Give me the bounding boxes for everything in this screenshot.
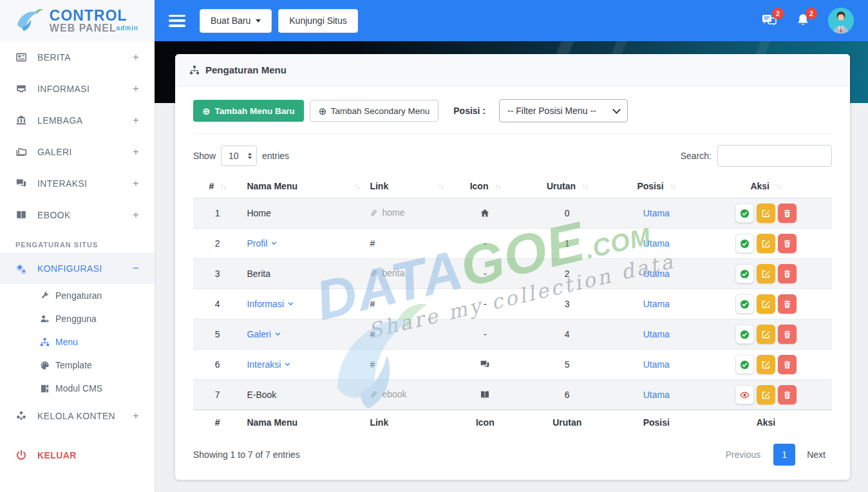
sort-icon[interactable]: ↑↓ (354, 182, 360, 190)
sort-icon[interactable]: ↑↓ (220, 182, 226, 190)
expand-plus-icon[interactable]: + (133, 410, 139, 422)
edit-button[interactable] (757, 234, 775, 253)
expand-plus-icon[interactable]: + (133, 51, 139, 64)
status-hidden-button[interactable] (735, 385, 754, 404)
status-active-button[interactable] (735, 325, 754, 344)
column-header-posisi: Posisi (613, 410, 700, 435)
posisi-link[interactable]: Utama (643, 299, 670, 309)
kunjungi-situs-button[interactable]: Kunjungi Situs (278, 9, 358, 33)
posisi-link[interactable]: Utama (643, 390, 670, 400)
column-header-urutan[interactable]: Urutan↑↓ (522, 175, 613, 198)
filter-posisi-select[interactable]: -- Filter Posisi Menu -- (499, 99, 628, 122)
edit-button[interactable] (757, 385, 775, 404)
pagination-page-1[interactable]: 1 (773, 444, 795, 466)
menu-toggle-icon[interactable] (169, 15, 185, 27)
sidebar-subitem-pengaturan[interactable]: Pengaturan (0, 284, 155, 307)
menu-link: home (364, 198, 448, 229)
sort-icon[interactable]: ↑↓ (776, 182, 782, 190)
status-active-button[interactable] (735, 264, 754, 283)
collapse-minus-icon[interactable]: − (133, 262, 139, 275)
posisi-link[interactable]: Utama (643, 329, 670, 339)
menu-name-dropdown[interactable]: Profil (247, 238, 277, 249)
row-number: 5 (193, 319, 241, 350)
column-header-nama-menu[interactable]: Nama Menu↑↓ (241, 175, 364, 198)
edit-button[interactable] (757, 355, 775, 374)
sidebar-item-label: KONFIGURASI (37, 263, 133, 274)
tambah-secondary-menu-button[interactable]: ⊕ Tambah Secondary Menu (310, 100, 439, 122)
delete-button[interactable] (778, 203, 797, 223)
posisi-link[interactable]: Utama (643, 238, 670, 249)
column-header-#[interactable]: #↑↓ (193, 175, 241, 198)
menu-table: #↑↓Nama Menu↑↓Link↑↓Icon↑↓Urutan↑↓Posisi… (193, 175, 832, 435)
urutan-value: 4 (522, 319, 613, 350)
column-header-posisi[interactable]: Posisi↑↓ (613, 175, 700, 198)
sort-icon[interactable]: ↑↓ (438, 182, 444, 190)
menu-name-dropdown[interactable]: Informasi (247, 299, 294, 309)
delete-button[interactable] (778, 325, 797, 344)
pagination-next[interactable]: Next (800, 446, 832, 464)
messages-badge: 2 (772, 8, 784, 19)
sidebar-item-label: GALERI (37, 147, 133, 157)
expand-plus-icon[interactable]: + (133, 177, 139, 190)
messages-button[interactable]: 2 (761, 12, 778, 29)
posisi-link[interactable]: Utama (643, 208, 670, 218)
buat-baru-button[interactable]: Buat Baru (200, 9, 272, 33)
search-input[interactable] (717, 145, 832, 167)
sidebar-item-interaksi[interactable]: INTERAKSI + (0, 167, 155, 199)
status-active-button[interactable] (735, 355, 754, 374)
sidebar-item-informasi[interactable]: INFORMASI + (0, 73, 155, 104)
toolbar: ⊕ Tambah Menu Baru ⊕ Tambah Secondary Me… (193, 99, 832, 135)
palette-icon (40, 361, 50, 370)
edit-button[interactable] (757, 325, 775, 344)
status-active-button[interactable] (735, 294, 754, 314)
sort-icon[interactable]: ↑↓ (495, 182, 500, 190)
sidebar-item-galeri[interactable]: GALERI + (0, 136, 155, 167)
sidebar-item-keluar[interactable]: KELUAR (0, 439, 155, 471)
page-title: Pengaturan Menu (205, 64, 287, 75)
sidebar-item-konfigurasi[interactable]: KONFIGURASI − (0, 252, 155, 284)
delete-button[interactable] (778, 294, 797, 314)
sidebar-subitem-modul-cms[interactable]: Modul CMS (0, 377, 155, 400)
expand-plus-icon[interactable]: + (133, 209, 139, 222)
sidebar-subitem-label: Menu (55, 337, 78, 347)
status-active-button[interactable] (735, 234, 754, 253)
edit-button[interactable] (757, 264, 775, 283)
column-header-link[interactable]: Link↑↓ (364, 175, 448, 198)
page-length-select[interactable]: 10 (221, 146, 257, 166)
sidebar-subitem-pengguna[interactable]: Pengguna (0, 307, 155, 330)
posisi-link[interactable]: Utama (643, 359, 670, 370)
sidebar-item-berita[interactable]: BERITA + (0, 41, 155, 73)
sidebar-item-ebook[interactable]: EBOOK + (0, 199, 155, 231)
expand-plus-icon[interactable]: + (133, 146, 139, 158)
table-row: 4Informasi#-3Utama (193, 289, 832, 319)
app-logo[interactable]: CONTROL WEB PANELadmin (0, 0, 155, 41)
sidebar-item-lembaga[interactable]: LEMBAGA + (0, 104, 155, 136)
user-avatar[interactable] (828, 8, 854, 33)
sidebar-item-label: KELOLA KONTEN (37, 411, 133, 421)
sort-icon[interactable]: ↑↓ (582, 182, 588, 190)
posisi-link[interactable]: Utama (643, 269, 670, 279)
delete-button[interactable] (778, 385, 797, 404)
sidebar-item-kelola-konten[interactable]: KELOLA KONTEN + (0, 400, 155, 431)
bank-icon (15, 115, 27, 126)
row-number: 6 (193, 350, 241, 380)
expand-plus-icon[interactable]: + (133, 82, 139, 95)
expand-plus-icon[interactable]: + (133, 114, 139, 127)
edit-button[interactable] (757, 203, 775, 223)
notifications-button[interactable]: 2 (795, 12, 811, 29)
delete-button[interactable] (778, 234, 797, 253)
status-active-button[interactable] (735, 203, 754, 223)
column-header-icon[interactable]: Icon↑↓ (449, 175, 522, 198)
delete-button[interactable] (778, 355, 797, 374)
menu-name-dropdown[interactable]: Galeri (247, 329, 280, 339)
edit-button[interactable] (757, 294, 775, 314)
pagination-previous[interactable]: Previous (718, 446, 768, 464)
sitemap-icon (189, 65, 200, 75)
tambah-menu-baru-button[interactable]: ⊕ Tambah Menu Baru (193, 100, 304, 122)
sidebar-subitem-menu[interactable]: Menu (0, 330, 155, 354)
column-header-aksi[interactable]: Aksi↑↓ (700, 175, 832, 198)
sidebar-subitem-template[interactable]: Template (0, 354, 155, 377)
delete-button[interactable] (778, 264, 797, 283)
sort-icon[interactable]: ↑↓ (670, 182, 676, 190)
menu-name-dropdown[interactable]: Interaksi (247, 359, 290, 370)
